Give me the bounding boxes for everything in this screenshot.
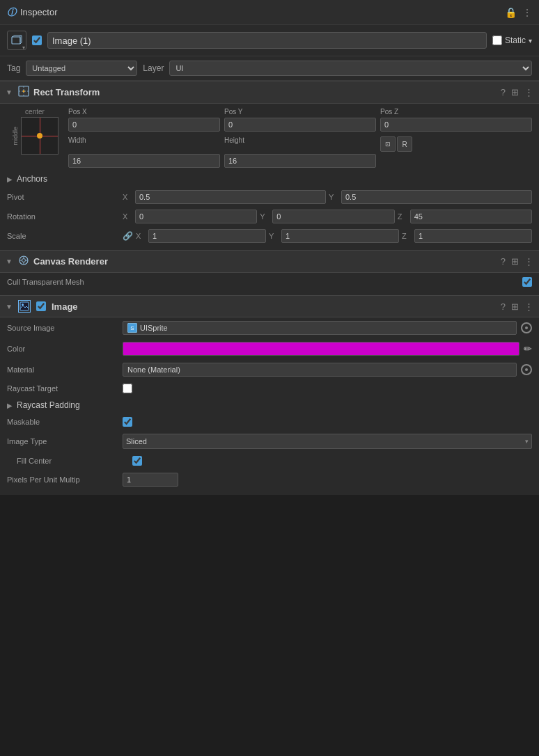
header-actions: 🔒 ⋮ <box>505 7 532 18</box>
rect-transform-header[interactable]: ▼ Rect Transform ? ⊞ ⋮ <box>0 81 539 104</box>
rotation-label: Rotation <box>7 212 118 221</box>
image-type-value: Sliced <box>126 437 147 446</box>
rect-transform-title: Rect Transform <box>33 87 497 97</box>
blueprint-btn[interactable]: ⊡ <box>380 136 396 152</box>
pivot-x-label: X <box>123 193 132 201</box>
rotation-y-input[interactable] <box>272 210 394 223</box>
rect-transform-actions: ? ⊞ ⋮ <box>501 87 533 97</box>
pos-x-label: Pos X <box>68 108 220 116</box>
static-dropdown-arrow[interactable]: ▾ <box>529 37 532 45</box>
image-section-header[interactable]: ▼ Image ? ⊞ ⋮ <box>0 295 539 317</box>
lock-icon[interactable]: 🔒 <box>505 7 517 18</box>
image-type-dropdown[interactable]: Sliced ▾ <box>123 434 532 449</box>
raycast-padding-row[interactable]: ▶ Raycast Padding <box>0 397 539 414</box>
maskable-checkbox[interactable] <box>123 417 132 427</box>
image-sliders-icon[interactable]: ⊞ <box>511 301 519 312</box>
scale-z-input[interactable] <box>414 229 532 243</box>
image-type-label: Image Type <box>7 437 118 446</box>
rotation-x-label: X <box>123 212 132 221</box>
anchor-pivot-dot <box>37 133 42 139</box>
anchors-label: Anchors <box>17 174 47 184</box>
anchor-visual-box[interactable] <box>21 117 58 155</box>
scale-fields: 🔗 X Y Z <box>123 229 532 243</box>
material-text: None (Material) <box>127 365 180 374</box>
scale-x-label: X <box>136 232 146 240</box>
cull-row: Cull Transparent Mesh <box>0 273 539 291</box>
canvas-renderer-menu-icon[interactable]: ⋮ <box>524 256 533 267</box>
pivot-y-input[interactable] <box>341 190 532 204</box>
anchor-center-label: center <box>25 108 45 116</box>
source-image-target-btn[interactable] <box>521 322 532 333</box>
object-name-input[interactable] <box>47 32 487 49</box>
image-help-icon[interactable]: ? <box>501 301 506 312</box>
image-title: Image <box>52 301 497 312</box>
canvas-renderer-help-icon[interactable]: ? <box>501 256 506 267</box>
scale-label: Scale <box>7 232 118 240</box>
svg-rect-13 <box>20 302 29 310</box>
image-collapse-arrow: ▼ <box>6 303 14 310</box>
pos-x-input[interactable] <box>68 118 220 132</box>
layer-select[interactable]: UI <box>169 61 532 76</box>
source-image-text: UISprite <box>140 324 168 332</box>
pos-z-label: Pos Z <box>380 108 532 116</box>
color-picker-bar[interactable] <box>123 342 520 356</box>
rotation-row: Rotation X Y Z <box>0 207 539 226</box>
object-enabled-checkbox[interactable] <box>32 36 42 45</box>
source-image-value: S UISprite <box>123 321 517 335</box>
raycast-target-checkbox[interactable] <box>123 384 132 393</box>
pixels-per-unit-input[interactable] <box>123 473 178 487</box>
scale-row: Scale 🔗 X Y Z <box>0 226 539 250</box>
pos-y-label: Pos Y <box>224 108 376 116</box>
dropper-icon[interactable]: ✏ <box>524 343 532 354</box>
tag-label: Tag <box>7 63 20 73</box>
inspector-title: Inspector <box>20 7 57 17</box>
material-value: None (Material) <box>123 363 517 377</box>
raycast-target-row: Raycast Target <box>0 380 539 397</box>
canvas-renderer-icon <box>18 255 29 268</box>
pos-z-input[interactable] <box>380 118 532 132</box>
image-enabled-checkbox[interactable] <box>36 301 46 311</box>
pivot-row: Pivot X Y <box>0 187 539 207</box>
width-input[interactable] <box>68 154 220 168</box>
tag-layer-row: Tag Untagged Layer UI <box>0 56 539 81</box>
object-row: Static ▾ <box>0 25 539 56</box>
fill-center-checkbox[interactable] <box>132 456 142 466</box>
blueprint-r-btns: ⊡ R <box>380 136 532 152</box>
rotation-x-input[interactable] <box>135 210 257 223</box>
cull-checkbox[interactable] <box>522 277 532 287</box>
image-type-arrow: ▾ <box>525 438 529 445</box>
scale-y-label: Y <box>269 232 279 240</box>
rect-transform-menu-icon[interactable]: ⋮ <box>524 87 533 97</box>
material-label: Material <box>7 365 118 374</box>
pixels-per-unit-label: Pixels Per Unit Multip <box>7 475 118 484</box>
rotation-z-label: Z <box>398 212 407 221</box>
info-icon: ⓘ <box>7 6 16 19</box>
anchors-row[interactable]: ▶ Anchors <box>0 171 539 187</box>
pos-fields: Pos X Pos Y Pos Z Width Height ⊡ R <box>68 108 532 168</box>
raycast-target-label: Raycast Target <box>7 384 118 393</box>
r-btn[interactable]: R <box>397 136 412 152</box>
pos-y-input[interactable] <box>224 118 376 132</box>
pivot-x-input[interactable] <box>135 190 326 204</box>
material-target-btn[interactable] <box>521 364 532 375</box>
rect-transform-help-icon[interactable]: ? <box>501 87 506 97</box>
inspector-menu-icon[interactable]: ⋮ <box>522 7 532 18</box>
image-section-icon <box>18 300 31 313</box>
tag-select[interactable]: Untagged <box>26 61 137 76</box>
scale-y-input[interactable] <box>281 229 399 243</box>
image-menu-icon[interactable]: ⋮ <box>524 301 533 312</box>
static-checkbox[interactable] <box>492 36 502 45</box>
rotation-fields: X Y Z <box>123 210 532 223</box>
static-label: Static <box>505 36 526 45</box>
rect-transform-sliders-icon[interactable]: ⊞ <box>511 87 519 97</box>
scale-x-input[interactable] <box>148 229 266 243</box>
canvas-renderer-header[interactable]: ▼ Canvas Renderer ? ⊞ ⋮ <box>0 250 539 273</box>
rotation-z-input[interactable] <box>410 210 532 223</box>
canvas-renderer-sliders-icon[interactable]: ⊞ <box>511 256 519 267</box>
width-label: Width <box>68 136 220 152</box>
anchors-collapse-arrow: ▶ <box>7 175 13 183</box>
material-row: Material None (Material) <box>0 359 539 380</box>
pivot-fields: X Y <box>123 190 532 204</box>
height-input[interactable] <box>224 154 376 168</box>
fill-center-label: Fill Center <box>17 457 128 465</box>
